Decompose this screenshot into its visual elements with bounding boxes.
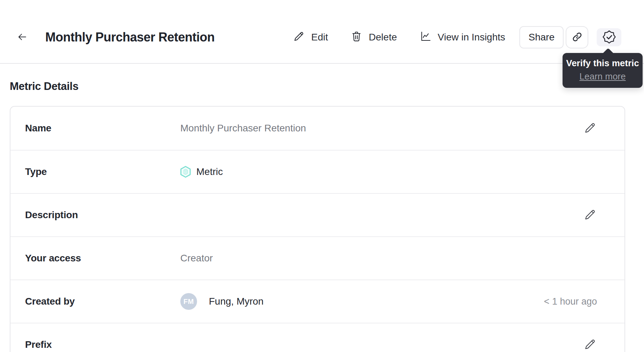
row-value-type: Metric <box>180 166 223 178</box>
row-value-created-by: FM Fung, Myron <box>180 293 264 310</box>
row-value-name: Monthly Purchaser Retention <box>180 123 306 134</box>
view-in-insights-label: View in Insights <box>438 32 505 43</box>
detail-row-created-by: Created by FM Fung, Myron < 1 hour ago <box>10 280 625 323</box>
edit-prefix-button[interactable] <box>583 338 597 352</box>
pencil-icon <box>584 338 597 352</box>
row-label-description: Description <box>25 209 180 221</box>
created-time-badge: < 1 hour ago <box>544 296 597 307</box>
share-label: Share <box>528 32 555 43</box>
share-button[interactable]: Share <box>519 26 564 48</box>
header-actions: Edit Delete View in Insights Share <box>293 26 621 48</box>
row-label-type: Type <box>25 166 180 177</box>
trash-icon <box>351 30 362 45</box>
edit-description-button[interactable] <box>583 208 597 222</box>
verify-button[interactable] <box>597 28 621 46</box>
pencil-icon <box>584 121 597 135</box>
copy-link-button[interactable] <box>566 26 588 48</box>
seal-check-icon <box>603 39 616 45</box>
row-label-your-access: Your access <box>25 253 180 264</box>
detail-row-name: Name Monthly Purchaser Retention <box>10 107 625 150</box>
verify-tooltip: Verify this metric Learn more <box>563 53 643 88</box>
row-label-name: Name <box>25 123 180 134</box>
learn-more-link[interactable]: Learn more <box>580 71 626 83</box>
page-header: Monthly Purchaser Retention Edit Delete <box>0 0 644 64</box>
view-in-insights-button[interactable]: View in Insights <box>419 30 505 45</box>
detail-row-prefix: Prefix <box>10 323 625 352</box>
page-title: Monthly Purchaser Retention <box>45 30 215 45</box>
pencil-icon <box>584 208 597 222</box>
back-button[interactable] <box>17 31 28 44</box>
row-label-prefix: Prefix <box>25 339 180 350</box>
arrow-left-icon <box>17 32 28 43</box>
detail-row-type: Type Metric <box>10 150 625 193</box>
detail-row-description: Description <box>10 193 625 236</box>
detail-row-your-access: Your access Creator <box>10 236 625 280</box>
delete-button[interactable]: Delete <box>351 30 397 45</box>
edit-label: Edit <box>311 32 328 43</box>
section-heading: Metric Details <box>10 80 78 93</box>
type-value-label: Metric <box>196 166 223 177</box>
edit-name-button[interactable] <box>583 121 597 135</box>
row-value-your-access: Creator <box>180 253 213 264</box>
link-icon <box>572 31 583 44</box>
edit-button[interactable]: Edit <box>293 30 328 45</box>
tooltip-title: Verify this metric <box>566 58 639 69</box>
delete-label: Delete <box>369 32 397 43</box>
created-by-name: Fung, Myron <box>209 296 264 307</box>
metric-details-page: Monthly Purchaser Retention Edit Delete <box>0 0 644 352</box>
avatar: FM <box>180 293 197 310</box>
header-inner: Monthly Purchaser Retention Edit Delete <box>17 26 621 48</box>
pencil-icon <box>293 30 305 45</box>
metric-details-card: Name Monthly Purchaser Retention Type <box>10 106 625 352</box>
row-label-created-by: Created by <box>25 296 180 307</box>
line-chart-icon <box>419 30 431 45</box>
metric-hexagon-icon <box>180 166 191 178</box>
